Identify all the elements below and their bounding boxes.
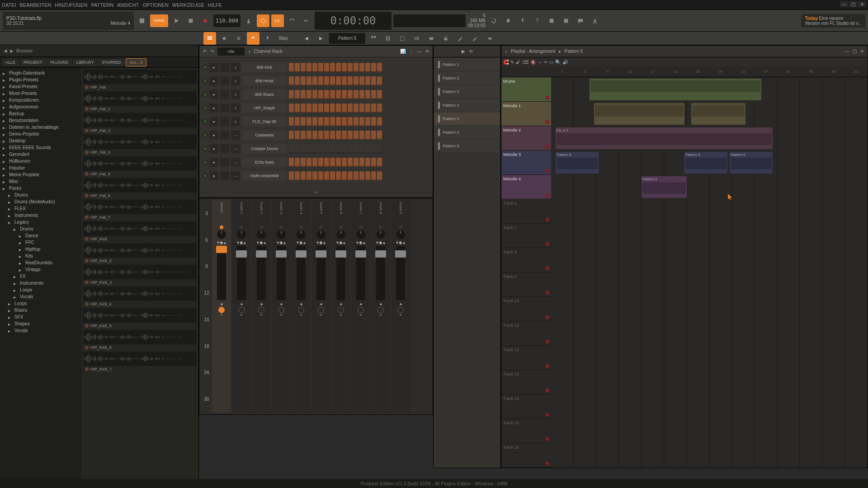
pl-tool-play-icon[interactable]: 🔊: [562, 60, 568, 65]
step-button[interactable]: [295, 63, 300, 72]
step-button[interactable]: [330, 103, 335, 113]
step-button[interactable]: [359, 144, 364, 153]
tree-item[interactable]: ▸Desktop: [0, 137, 81, 144]
pl-tool-slip-icon[interactable]: ↔: [538, 60, 542, 65]
track-up-icon[interactable]: ▴: [340, 301, 342, 306]
step-button[interactable]: [336, 63, 341, 72]
step-button[interactable]: [342, 171, 347, 180]
track-rec-icon[interactable]: [546, 96, 549, 99]
channel-mute[interactable]: ●: [209, 63, 218, 72]
pattern-item[interactable]: Pattern 2: [434, 72, 500, 84]
tree-item[interactable]: ▸Vocals: [0, 293, 81, 300]
step-button[interactable]: [342, 103, 347, 113]
step-button[interactable]: [377, 103, 382, 113]
step-button[interactable]: [324, 90, 329, 99]
track-up-icon[interactable]: ▴: [380, 301, 382, 306]
step-button[interactable]: [330, 158, 335, 167]
mixer-track[interactable]: Insert 5▾◆▴▴: [311, 200, 330, 413]
track-enable[interactable]: [358, 307, 364, 313]
rack-menu-icon[interactable]: ⋮: [409, 49, 414, 54]
mic-icon[interactable]: [516, 14, 529, 27]
channel-pan[interactable]: [220, 63, 229, 72]
step-button[interactable]: [330, 171, 335, 180]
playlist-track-header[interactable]: Melodie 4: [501, 175, 551, 199]
playlist-current[interactable]: Pattern 5: [565, 49, 583, 54]
view-playlist-icon[interactable]: [203, 32, 216, 45]
step-button[interactable]: [342, 90, 347, 99]
song-toggle[interactable]: SONG: [150, 14, 168, 27]
step-button[interactable]: [365, 103, 370, 113]
step-button[interactable]: [348, 158, 353, 167]
track-fader[interactable]: [356, 246, 365, 300]
pattern-item[interactable]: Pattern 8: [434, 140, 500, 152]
sample-item[interactable]: HIP_Hat_3: [83, 113, 197, 134]
channel-mute[interactable]: ●: [209, 131, 218, 140]
step-button[interactable]: [336, 103, 341, 113]
eq-low-icon[interactable]: ▾: [277, 240, 279, 245]
step-button[interactable]: [336, 90, 341, 99]
step-button[interactable]: [348, 90, 353, 99]
project-info[interactable]: PSD-Tutotrials.flp 32:15:21 Melodie 4: [3, 12, 134, 30]
pl-tool-select-icon[interactable]: ▭: [549, 60, 553, 65]
step-button[interactable]: [289, 90, 294, 99]
tree-item[interactable]: ▸Instruments: [0, 212, 81, 219]
playlist-track-header[interactable]: Melodie 2: [501, 126, 551, 150]
step-button[interactable]: [301, 63, 306, 72]
step-button[interactable]: [301, 158, 306, 167]
step-button[interactable]: [348, 131, 353, 140]
mixer-track[interactable]: Insert 3▾◆▴▴: [272, 200, 291, 413]
tab-all2[interactable]: ALL...2: [126, 58, 147, 66]
playlist-min-icon[interactable]: —: [844, 49, 849, 54]
playlist-track-header[interactable]: Track 16: [501, 443, 551, 468]
sample-item[interactable]: HIP_Kick_6: [83, 330, 197, 351]
menu-datei[interactable]: DATEI: [2, 2, 16, 8]
eq-hi-icon[interactable]: ▴: [323, 240, 326, 245]
sample-item[interactable]: HIP_Kick_4: [83, 286, 197, 307]
sample-item[interactable]: HIP_Hat_6: [83, 178, 197, 199]
track-rec-icon[interactable]: [546, 315, 549, 319]
playlist-track-header[interactable]: Drums: [501, 77, 551, 102]
channel-mute[interactable]: ●: [209, 117, 218, 126]
eq-mid-icon[interactable]: ◆: [279, 240, 283, 245]
track-rec-icon[interactable]: [546, 242, 549, 246]
channel-mute[interactable]: ●: [209, 90, 218, 99]
track-enable[interactable]: [238, 307, 245, 313]
playlist-grid[interactable]: Pa..n 5Pattern 8Pattern 8Pattern 8Patter…: [551, 77, 868, 468]
channel-mute[interactable]: ●: [209, 103, 218, 113]
pl-tool-mute-icon[interactable]: 🔇: [530, 60, 536, 65]
countdown-icon[interactable]: [257, 14, 269, 27]
channel-route[interactable]: 1: [231, 76, 240, 85]
playlist-max-icon[interactable]: ▢: [853, 49, 857, 54]
view-piano-icon[interactable]: [218, 32, 231, 45]
step-button[interactable]: [318, 171, 323, 180]
track-rec-icon[interactable]: [546, 364, 549, 368]
step-button[interactable]: [289, 117, 294, 126]
step-button[interactable]: [289, 76, 294, 85]
download-icon[interactable]: [589, 14, 601, 27]
playlist-clip[interactable]: Pattern 8: [684, 152, 727, 174]
step-button[interactable]: [324, 103, 329, 113]
eq-hi-icon[interactable]: ▴: [403, 240, 405, 245]
track-up-icon[interactable]: ▴: [280, 301, 283, 306]
channel-route[interactable]: 1: [231, 63, 240, 72]
track-rec-icon[interactable]: [546, 389, 549, 392]
tree-item[interactable]: ▸Impulse: [0, 164, 81, 171]
channel-pan[interactable]: [220, 117, 229, 126]
step-button[interactable]: [289, 144, 294, 153]
tree-item[interactable]: ▸Loops: [0, 300, 81, 307]
pl-tool-draw-icon[interactable]: ✎: [510, 60, 514, 65]
step-button[interactable]: [307, 90, 311, 99]
track-pan-knob[interactable]: [376, 230, 385, 239]
step-button[interactable]: [330, 131, 335, 140]
step-button[interactable]: [365, 131, 370, 140]
step-button[interactable]: [324, 131, 329, 140]
channel-route[interactable]: 1: [231, 103, 240, 113]
tree-item[interactable]: ▸Misc: [0, 178, 81, 185]
track-enable[interactable]: [318, 307, 324, 313]
channel-led[interactable]: [203, 106, 208, 110]
channel-name[interactable]: FLS_Clap 05: [242, 117, 287, 127]
eq-low-icon[interactable]: ▾: [237, 240, 239, 245]
eq-hi-icon[interactable]: ▴: [303, 240, 306, 245]
step-button[interactable]: [342, 158, 347, 167]
step-button[interactable]: [295, 103, 300, 113]
